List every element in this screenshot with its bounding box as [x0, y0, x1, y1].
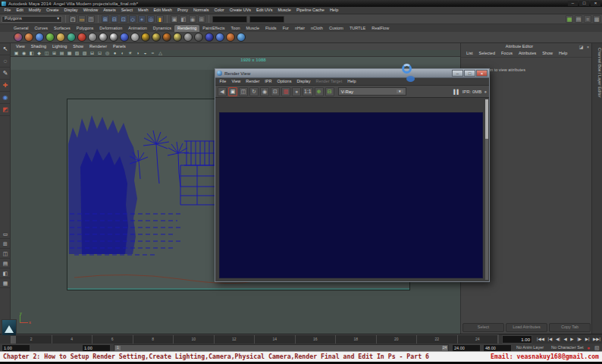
render-view-menu-item[interactable]: View: [229, 80, 243, 84]
shelf-tab[interactable]: Fluids: [262, 25, 280, 33]
isolate-select-icon[interactable]: △: [157, 51, 164, 55]
lighting-mode-icon[interactable]: ☀: [127, 51, 133, 55]
help-display-icon[interactable]: ▩: [593, 15, 600, 23]
ipr-render-icon[interactable]: ◉: [260, 87, 269, 96]
safe-title-icon[interactable]: ⊡: [96, 51, 103, 55]
textured-mode-icon[interactable]: ◐: [119, 51, 126, 55]
render-view-menu-item[interactable]: Help: [345, 80, 359, 84]
lasso-select-tool[interactable]: ◌: [0, 55, 11, 67]
current-time-field[interactable]: 1.00: [502, 335, 532, 344]
layout-four-pane-button[interactable]: ⊞: [0, 239, 11, 249]
panel-menu-item[interactable]: Renderer: [86, 45, 110, 49]
shelf-tab[interactable]: General: [11, 25, 32, 33]
step-forward-frame-button[interactable]: ▶|: [585, 337, 590, 342]
shelf-material-icon[interactable]: [88, 33, 97, 42]
menu-item[interactable]: Window: [80, 8, 101, 13]
render-view-title-bar[interactable]: Render View –□×: [215, 69, 489, 78]
shelf-material-icon[interactable]: [120, 33, 129, 42]
menu-item[interactable]: Edit UVs: [254, 8, 275, 13]
lock-camera-icon[interactable]: ◉: [20, 51, 27, 55]
rgb-channels-icon[interactable]: ▥: [281, 87, 290, 96]
play-forwards-button[interactable]: ▶: [570, 337, 573, 342]
menu-item[interactable]: Pipeline Cache: [293, 8, 327, 13]
shelf-tab[interactable]: Polygons: [74, 25, 97, 33]
snapshot-icon[interactable]: ◫: [239, 87, 248, 96]
shelf-material-icon[interactable]: [215, 33, 224, 42]
menu-item[interactable]: Color: [212, 8, 227, 13]
poly-count-icon[interactable]: ≡: [584, 15, 591, 23]
menu-item[interactable]: Edit: [14, 8, 26, 13]
shelf-material-icon[interactable]: [35, 33, 44, 42]
panel-menu-item[interactable]: Panels: [110, 45, 129, 49]
shelf-tab[interactable]: Toon: [228, 25, 243, 33]
range-handle-end[interactable]: 24: [442, 346, 447, 350]
menu-item[interactable]: Create: [44, 8, 62, 13]
range-handle-start[interactable]: 1: [115, 346, 121, 350]
attribute-editor-menu-item[interactable]: List: [463, 52, 476, 56]
menu-item[interactable]: Select: [118, 8, 135, 13]
layout-split-button[interactable]: ▤: [0, 259, 11, 268]
render-current-frame-icon[interactable]: ◧: [180, 15, 187, 23]
camera-attributes-icon[interactable]: ◧: [28, 51, 35, 55]
quick-input-field[interactable]: [249, 16, 284, 23]
paint-select-tool[interactable]: ✎: [0, 67, 11, 80]
alpha-channel-icon[interactable]: ●: [292, 87, 301, 96]
select-tool[interactable]: ↖: [0, 43, 11, 55]
attribute-editor-menu-item[interactable]: Help: [556, 52, 570, 56]
shelf-material-icon[interactable]: [237, 33, 246, 42]
render-view-menu-item[interactable]: Options: [274, 80, 294, 84]
shelf-material-icon[interactable]: [24, 33, 33, 42]
snap-view-plane-icon[interactable]: ⌖: [138, 15, 146, 23]
layout-single-pane-button[interactable]: ▭: [0, 229, 11, 239]
scale-tool[interactable]: ◩: [0, 104, 11, 116]
panel-menu-item[interactable]: View: [13, 45, 28, 49]
pause-ipr-icon[interactable]: ▌▌: [453, 89, 460, 94]
go-to-start-button[interactable]: |◀◀: [537, 337, 544, 342]
shelf-spotlight-icon[interactable]: [152, 33, 161, 42]
rendered-image[interactable]: [219, 112, 483, 278]
render-view-scrollbar[interactable]: [485, 99, 488, 280]
highlight-selection-icon[interactable]: ▦: [566, 15, 573, 23]
selection-mode-dropdown[interactable]: Polygons ▾: [2, 16, 62, 23]
shelf-material-icon[interactable]: [45, 33, 55, 42]
menu-item[interactable]: Help: [327, 8, 340, 13]
motion-blur-icon[interactable]: ≈: [149, 51, 156, 55]
render-view-window[interactable]: Render View –□× FileViewRenderIPROptions…: [215, 68, 490, 282]
snap-projected-center-icon[interactable]: ◇: [129, 15, 136, 23]
resolution-gate-icon[interactable]: ▦: [66, 51, 73, 55]
shelf-tab[interactable]: Dynamics: [150, 25, 174, 33]
render-view-menu-item[interactable]: Render Target: [313, 80, 345, 84]
animation-preferences-icon[interactable]: ▧: [594, 345, 600, 350]
render-button[interactable]: ▣: [228, 87, 237, 96]
render-region-icon[interactable]: ⊡: [271, 87, 280, 96]
panel-menu-item[interactable]: Lighting: [49, 45, 70, 49]
menu-item[interactable]: Assets: [101, 8, 119, 13]
shelf-material-icon[interactable]: [67, 33, 76, 42]
layout-persp-outliner-button[interactable]: ◫: [0, 249, 11, 259]
shelf-material-icon[interactable]: [130, 33, 140, 42]
go-to-end-button[interactable]: ▶▶|: [593, 337, 600, 342]
menu-item[interactable]: Create UVs: [227, 8, 253, 13]
gate-mask-icon[interactable]: ▧: [74, 51, 80, 55]
minimize-button[interactable]: –: [568, 1, 578, 6]
shelf-ramp-icon[interactable]: [109, 33, 118, 42]
menu-item[interactable]: Edit Mesh: [151, 8, 174, 13]
shelf-tab[interactable]: PaintEffects: [199, 25, 227, 33]
shelf-texture-icon[interactable]: [99, 33, 108, 42]
make-live-icon[interactable]: ◎: [147, 15, 155, 23]
ipr-render-icon[interactable]: ◉: [189, 15, 196, 23]
panel-menu-item[interactable]: Shading: [28, 45, 49, 49]
snap-grid-icon[interactable]: ⊞: [102, 15, 109, 23]
menu-item[interactable]: Normals: [190, 8, 211, 13]
auto-keyframe-icon[interactable]: ●: [587, 345, 590, 350]
close-button[interactable]: ×: [591, 1, 600, 6]
shelf-tab[interactable]: Custom: [326, 25, 346, 33]
image-plane-icon[interactable]: ◫: [43, 51, 50, 55]
construction-history-icon[interactable]: ▣: [171, 15, 178, 23]
rv-close-button[interactable]: ×: [476, 70, 488, 77]
pin-icon[interactable]: ◪: [578, 45, 585, 49]
render-view-menu-item[interactable]: File: [217, 80, 229, 84]
quick-input-field[interactable]: [212, 16, 247, 23]
select-camera-icon[interactable]: ▣: [13, 51, 20, 55]
character-set-dropdown[interactable]: No Character Set: [551, 346, 584, 350]
